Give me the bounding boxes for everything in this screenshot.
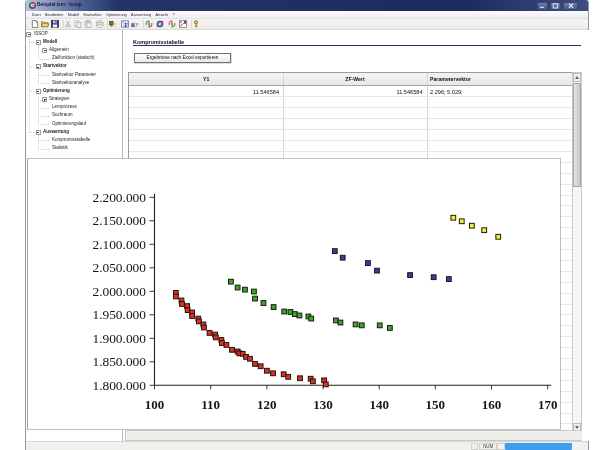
scrollbar-thumb[interactable] bbox=[573, 83, 581, 187]
status-bar: NUM bbox=[26, 441, 588, 450]
heading-rule bbox=[133, 45, 581, 47]
tree-item-startvektoranalyse[interactable]: Startvektoranalyse bbox=[52, 80, 89, 85]
close-button[interactable] bbox=[563, 2, 578, 10]
header-separator bbox=[283, 73, 284, 85]
tree-connector bbox=[38, 124, 50, 125]
tree-connector bbox=[38, 135, 39, 148]
toolbar-analysis-ab-icon[interactable]: ß? bbox=[131, 20, 139, 28]
tree-item-kompromisstabelle[interactable]: Kompromisstabelle bbox=[52, 137, 90, 142]
x-tick-label: 160 bbox=[482, 397, 502, 412]
tree-item-startvektor[interactable]: Startvektor bbox=[43, 63, 67, 68]
row-line bbox=[129, 96, 572, 97]
minimize-button[interactable] bbox=[537, 2, 548, 10]
table-header-row: Y1ZF-WertParametervektor bbox=[129, 73, 572, 86]
x-tick-label: 170 bbox=[538, 397, 558, 412]
num-lock-indicator: NUM bbox=[479, 443, 498, 450]
series-green bbox=[228, 279, 392, 330]
tree-connector bbox=[38, 100, 42, 101]
y-tick-label: 2.100.000 bbox=[92, 237, 146, 252]
toolbar-separator bbox=[143, 20, 144, 28]
header-separator bbox=[427, 73, 428, 85]
tree-item-statistik[interactable]: Statistik bbox=[52, 145, 68, 150]
toolbar-save-floppy-icon[interactable] bbox=[51, 20, 59, 28]
tree-connector bbox=[38, 108, 50, 109]
tree-item-startvektor-parameter[interactable]: Startvektor Parameter bbox=[52, 72, 96, 77]
tree-connector bbox=[38, 70, 39, 83]
table-vertical-scrollbar[interactable] bbox=[572, 72, 582, 433]
toolbar-run-chart-icon[interactable] bbox=[179, 20, 187, 28]
maximize-button[interactable] bbox=[550, 2, 561, 10]
tree-item-optimierung[interactable]: Optimierung bbox=[43, 88, 70, 93]
y-tick-label: 2.150.000 bbox=[92, 213, 146, 228]
tree-connector bbox=[38, 45, 39, 58]
toolbar-new-file-icon[interactable] bbox=[31, 20, 39, 28]
tree-connector bbox=[29, 42, 36, 43]
tree-item-auswertung[interactable]: Auswertung bbox=[43, 129, 69, 134]
tree-collapse-icon[interactable] bbox=[36, 130, 41, 135]
menu-auswertung[interactable]: Auswertung bbox=[129, 13, 153, 18]
tree-item-allgemein[interactable]: Allgemein bbox=[49, 47, 69, 52]
row-line bbox=[129, 107, 572, 108]
toolbar-copy-pages-icon[interactable] bbox=[74, 20, 82, 28]
table-horizontal-scrollbar[interactable] bbox=[125, 430, 582, 441]
tree-item-zielfunktion-statisch-[interactable]: Zielfunktion (statisch) bbox=[52, 55, 95, 60]
cell-value: 11.546584 bbox=[283, 89, 423, 95]
svg-text:?: ? bbox=[135, 21, 138, 28]
menu-ansicht[interactable]: Ansicht bbox=[153, 13, 170, 18]
tree-item-issop[interactable]: ISSOP bbox=[34, 31, 48, 36]
title-bar: Beispiel.ism - Issop bbox=[26, 0, 588, 11]
tree-connector bbox=[38, 75, 50, 76]
status-cell bbox=[497, 443, 505, 450]
toolbar-print-printer-icon[interactable] bbox=[96, 20, 104, 28]
row-line bbox=[129, 129, 572, 130]
x-tick-label: 130 bbox=[313, 397, 333, 412]
y-tick-label: 2.200.000 bbox=[92, 190, 146, 205]
tree-collapse-icon[interactable] bbox=[26, 32, 31, 37]
column-header-y1[interactable]: Y1 bbox=[129, 76, 284, 82]
tree-collapse-icon[interactable] bbox=[36, 40, 41, 45]
column-header-zf-wert[interactable]: ZF-Wert bbox=[283, 76, 427, 82]
tree-connector bbox=[29, 91, 36, 92]
menu-modell[interactable]: Modell bbox=[66, 13, 82, 18]
tree-item-strategien[interactable]: Strategien bbox=[49, 96, 70, 101]
tree-connector bbox=[29, 37, 30, 132]
menu-?[interactable]: ? bbox=[170, 13, 177, 18]
tree-collapse-icon[interactable] bbox=[36, 89, 41, 94]
toolbar-model-question-icon[interactable]: ? bbox=[109, 20, 117, 28]
x-tick-label: 110 bbox=[201, 397, 220, 412]
scatter-plot: 1.800.0001.850.0001.900.0001.950.0002.00… bbox=[28, 159, 560, 429]
tree-expand-icon[interactable] bbox=[42, 48, 47, 53]
menu-bearbeiten[interactable]: Bearbeiten bbox=[43, 13, 66, 18]
menu-datei[interactable]: Datei bbox=[30, 13, 43, 18]
tree-connector bbox=[38, 51, 42, 52]
status-cell bbox=[471, 443, 478, 450]
toolbar-help-key-icon[interactable] bbox=[192, 20, 200, 28]
tree-expand-icon[interactable] bbox=[42, 97, 47, 102]
toolbar-cycle-green-icon[interactable] bbox=[145, 20, 153, 28]
tree-item-modell[interactable]: Modell bbox=[43, 39, 57, 44]
toolbar-parameter-grid-icon[interactable]: F bbox=[121, 20, 129, 28]
menu-startvektor[interactable]: Startvektor bbox=[81, 13, 104, 18]
toolbar-paste-clipboard-icon[interactable] bbox=[84, 20, 92, 28]
tree-connector bbox=[38, 149, 50, 150]
pareto-chart-window: 1.800.0001.850.0001.900.0001.950.0002.00… bbox=[27, 158, 561, 430]
menu-optimierung[interactable]: Optimierung bbox=[104, 13, 129, 18]
toolbar-open-folder-icon[interactable] bbox=[41, 20, 49, 28]
toolbar-globe-clock-icon[interactable] bbox=[156, 20, 164, 28]
tree-connector bbox=[38, 140, 50, 141]
y-tick-label: 2.050.000 bbox=[92, 260, 146, 275]
series-red bbox=[173, 291, 328, 387]
column-header-parametervektor[interactable]: Parametervektor bbox=[430, 76, 471, 82]
svg-text:F: F bbox=[124, 22, 128, 28]
window-title: Beispiel.ism - Issop bbox=[37, 2, 82, 7]
tree-item-suchraum[interactable]: Suchraum bbox=[52, 112, 73, 117]
tree-item-lernprozess[interactable]: Lernprozess bbox=[52, 104, 77, 109]
x-tick-label: 100 bbox=[145, 397, 165, 412]
tree-collapse-icon[interactable] bbox=[36, 64, 41, 69]
scroll-up-button[interactable] bbox=[573, 73, 581, 82]
export-to-excel-button[interactable]: Ergebnisse nach Excel exportieren bbox=[134, 53, 231, 62]
tree-connector bbox=[38, 83, 50, 84]
tree-item-optimierungslauf[interactable]: Optimierungslauf bbox=[52, 121, 86, 126]
toolbar-cut-scissors-icon[interactable] bbox=[64, 20, 72, 28]
toolbar-cycle-pink-icon[interactable] bbox=[168, 20, 176, 28]
